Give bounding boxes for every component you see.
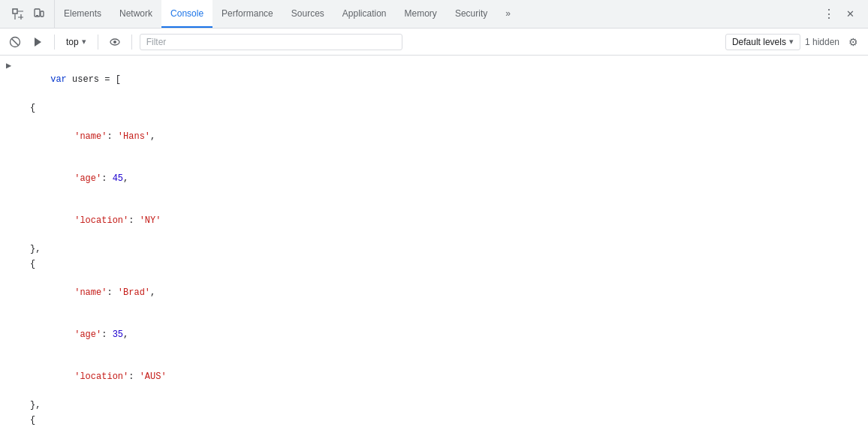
tab-network[interactable]: Network: [110, 0, 161, 28]
console-line-3: 'name': 'Hans',: [0, 116, 868, 158]
code-line-4: 'age': 45,: [42, 158, 128, 199]
no-arrow-9: [30, 314, 42, 328]
console-output-area: ▶ var users = [ { 'name': 'Hans', 'age':…: [0, 56, 868, 433]
code-line-13: 'name': 'Bill',: [42, 428, 155, 433]
devtools-icon-group: [3, 0, 55, 28]
tab-performance[interactable]: Performance: [212, 0, 282, 28]
console-toolbar: top ▾ Default levels ▾ 1 hidden ⚙: [0, 29, 868, 56]
no-arrow-4: [30, 158, 42, 172]
tab-bar-right-controls: ⋮ ✕: [814, 5, 865, 23]
tab-console[interactable]: Console: [161, 0, 212, 28]
no-arrow-13: [30, 428, 42, 433]
code-line-11: },: [30, 398, 41, 412]
inspect-icon-button[interactable]: [9, 5, 27, 23]
tab-bar: Elements Network Console Performance Sou…: [0, 0, 868, 29]
chevron-down-icon-levels: ▾: [789, 37, 794, 47]
svg-line-5: [12, 38, 19, 45]
code-line-1: var users = [: [18, 59, 121, 100]
code-line-3: 'name': 'Hans',: [42, 116, 155, 157]
console-settings-button[interactable]: ⚙: [844, 33, 862, 51]
no-arrow-10: [30, 356, 42, 370]
toggle-play-button[interactable]: [29, 33, 47, 51]
code-line-5: 'location': 'NY': [42, 200, 161, 241]
main-tabs: Elements Network Console Performance Sou…: [55, 0, 814, 28]
default-levels-button[interactable]: Default levels ▾: [725, 34, 800, 50]
tab-memory[interactable]: Memory: [396, 0, 446, 28]
device-toggle-button[interactable]: [30, 5, 48, 23]
no-arrow-2: [18, 101, 30, 115]
console-line-9: 'age': 35,: [0, 314, 868, 356]
default-levels-label: Default levels: [732, 37, 786, 47]
filter-input-wrapper: [140, 34, 402, 50]
tab-elements[interactable]: Elements: [55, 0, 110, 28]
console-line-4: 'age': 45,: [0, 158, 868, 200]
context-selector[interactable]: top ▾: [62, 35, 90, 50]
console-line-10: 'location': 'AUS': [0, 356, 868, 398]
close-icon: ✕: [846, 8, 854, 20]
code-line-2: {: [30, 101, 35, 115]
console-line-5: 'location': 'NY': [0, 200, 868, 242]
console-line-12: {: [0, 413, 868, 428]
console-line-7: {: [0, 257, 868, 272]
svg-marker-6: [35, 38, 41, 47]
console-line-11: },: [0, 398, 868, 413]
eye-button[interactable]: [106, 33, 124, 51]
tab-more[interactable]: »: [496, 0, 520, 28]
tab-sources[interactable]: Sources: [282, 0, 333, 28]
tab-security[interactable]: Security: [446, 0, 496, 28]
filter-input[interactable]: [146, 37, 396, 47]
tab-application[interactable]: Application: [333, 0, 396, 28]
close-devtools-button[interactable]: ✕: [841, 5, 859, 23]
toolbar-divider-2: [98, 35, 98, 50]
code-line-10: 'location': 'AUS': [42, 356, 167, 397]
svg-point-8: [113, 41, 116, 44]
toolbar-divider-3: [131, 35, 132, 50]
console-line-6: },: [0, 242, 868, 257]
toolbar-divider-1: [54, 35, 55, 50]
more-vert-icon: ⋮: [823, 7, 835, 21]
no-arrow-12: [18, 413, 30, 427]
console-line-1: ▶ var users = [: [0, 59, 868, 101]
svg-rect-2: [41, 11, 44, 17]
no-arrow-8: [30, 272, 42, 286]
clear-console-button[interactable]: [6, 33, 24, 51]
console-line-8: 'name': 'Brad',: [0, 272, 868, 314]
more-options-button[interactable]: ⋮: [820, 5, 838, 23]
chevron-down-icon: ▾: [82, 37, 86, 47]
no-arrow-6: [18, 242, 30, 256]
svg-rect-0: [13, 9, 17, 14]
expand-arrow-users[interactable]: ▶: [6, 59, 18, 73]
no-arrow-7: [18, 257, 30, 271]
code-line-12: {: [30, 413, 35, 427]
code-line-7: {: [30, 257, 35, 271]
code-line-8: 'name': 'Brad',: [42, 272, 155, 313]
no-arrow-5: [30, 200, 42, 214]
context-value: top: [66, 37, 79, 47]
hidden-count-badge: 1 hidden: [805, 37, 839, 47]
settings-gear-icon: ⚙: [848, 36, 858, 48]
no-arrow-11: [18, 398, 30, 412]
code-line-9: 'age': 35,: [42, 314, 128, 355]
console-line-13: 'name': 'Bill',: [0, 428, 868, 433]
code-line-6: },: [30, 242, 41, 256]
no-arrow-3: [30, 116, 42, 130]
console-line-2: {: [0, 101, 868, 116]
